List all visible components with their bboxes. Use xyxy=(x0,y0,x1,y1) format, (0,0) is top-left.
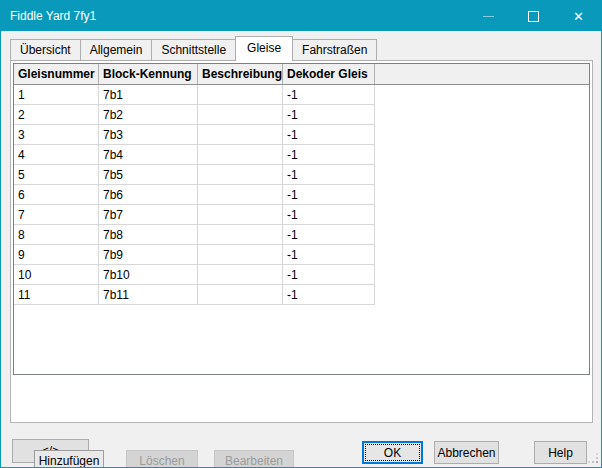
table-cell[interactable] xyxy=(198,85,283,105)
table-cell[interactable]: 3 xyxy=(14,125,99,145)
table-cell[interactable] xyxy=(198,245,283,265)
cancel-button[interactable]: Abbrechen xyxy=(434,441,499,464)
minimize-icon xyxy=(483,16,494,17)
table-row[interactable]: 77b7-1 xyxy=(14,205,589,225)
titlebar: Fiddle Yard 7fy1 ✕ xyxy=(1,1,601,31)
table-cell[interactable]: -1 xyxy=(283,145,375,165)
table-cell[interactable]: 9 xyxy=(14,245,99,265)
table-cell[interactable]: 7b9 xyxy=(99,245,198,265)
caption-buttons: ✕ xyxy=(466,1,601,31)
column-header[interactable]: Dekoder Gleis xyxy=(283,64,375,84)
table-row[interactable]: 47b4-1 xyxy=(14,145,589,165)
gleise-table[interactable]: GleisnummerBlock-KennungBeschreibungDeko… xyxy=(13,63,590,375)
table-row[interactable]: 87b8-1 xyxy=(14,225,589,245)
tabbar: ÜbersichtAllgemeinSchnittstelleGleiseFah… xyxy=(10,36,376,61)
table-cell[interactable]: -1 xyxy=(283,205,375,225)
table-cell[interactable]: 2 xyxy=(14,105,99,125)
table-cell[interactable]: -1 xyxy=(283,165,375,185)
table-body: 17b1-127b2-137b3-147b4-157b5-167b6-177b7… xyxy=(14,85,589,305)
tab-fahrstrassen[interactable]: Fahrstraßen xyxy=(292,39,377,61)
table-cell[interactable]: 7b7 xyxy=(99,205,198,225)
table-cell[interactable]: 7b8 xyxy=(99,225,198,245)
tab-gleise[interactable]: Gleise xyxy=(235,36,293,61)
table-cell[interactable]: -1 xyxy=(283,105,375,125)
help-button[interactable]: Help xyxy=(534,441,587,464)
table-header: GleisnummerBlock-KennungBeschreibungDeko… xyxy=(14,64,589,85)
ok-button[interactable]: OK xyxy=(362,441,423,464)
table-cell[interactable]: -1 xyxy=(283,225,375,245)
table-cell[interactable] xyxy=(198,205,283,225)
tab-uebersicht[interactable]: Übersicht xyxy=(10,39,81,61)
column-header[interactable]: Beschreibung xyxy=(198,64,283,84)
tab-schnittstelle[interactable]: Schnittstelle xyxy=(151,39,236,61)
table-cell[interactable]: 7b3 xyxy=(99,125,198,145)
table-row[interactable]: 27b2-1 xyxy=(14,105,589,125)
table-cell[interactable]: 7b1 xyxy=(99,85,198,105)
table-cell[interactable] xyxy=(198,165,283,185)
table-row[interactable]: 17b1-1 xyxy=(14,85,589,105)
table-cell[interactable]: 7b5 xyxy=(99,165,198,185)
window-title: Fiddle Yard 7fy1 xyxy=(10,9,466,23)
table-cell[interactable]: 7b4 xyxy=(99,145,198,165)
table-cell[interactable]: -1 xyxy=(283,265,375,285)
table-cell[interactable] xyxy=(198,125,283,145)
table-cell[interactable] xyxy=(198,265,283,285)
table-row[interactable]: 67b6-1 xyxy=(14,185,589,205)
table-row[interactable]: 37b3-1 xyxy=(14,125,589,145)
table-cell[interactable]: 7b11 xyxy=(99,285,198,305)
column-header-filler xyxy=(375,64,589,84)
maximize-icon xyxy=(528,11,539,22)
column-header[interactable]: Gleisnummer xyxy=(14,64,99,84)
table-cell[interactable]: 7b2 xyxy=(99,105,198,125)
table-cell[interactable]: -1 xyxy=(283,245,375,265)
table-cell[interactable]: -1 xyxy=(283,185,375,205)
table-cell[interactable]: 11 xyxy=(14,285,99,305)
table-row[interactable]: 97b9-1 xyxy=(14,245,589,265)
delete-button[interactable]: Löschen xyxy=(126,450,198,468)
column-header[interactable]: Block-Kennung xyxy=(99,64,198,84)
table-cell[interactable] xyxy=(198,225,283,245)
table-row[interactable]: 117b11-1 xyxy=(14,285,589,305)
table-cell[interactable]: 4 xyxy=(14,145,99,165)
edit-button[interactable]: Bearbeiten xyxy=(214,450,294,468)
table-cell[interactable]: -1 xyxy=(283,125,375,145)
table-cell[interactable] xyxy=(198,145,283,165)
table-cell[interactable]: -1 xyxy=(283,85,375,105)
tab-pane-gleise: GleisnummerBlock-KennungBeschreibungDeko… xyxy=(10,60,593,423)
table-cell[interactable]: 1 xyxy=(14,85,99,105)
table-cell[interactable]: 7b6 xyxy=(99,185,198,205)
table-row[interactable]: 57b5-1 xyxy=(14,165,589,185)
table-cell[interactable] xyxy=(198,185,283,205)
minimize-button xyxy=(466,1,511,31)
resize-grip-icon[interactable] xyxy=(588,453,598,463)
dialog-window: Fiddle Yard 7fy1 ✕ ÜbersichtAllgemeinSch… xyxy=(0,0,602,468)
table-cell[interactable]: 7 xyxy=(14,205,99,225)
table-cell[interactable]: 7b10 xyxy=(99,265,198,285)
table-cell[interactable]: 5 xyxy=(14,165,99,185)
close-button[interactable]: ✕ xyxy=(556,1,601,31)
table-cell[interactable] xyxy=(198,285,283,305)
tab-allgemein[interactable]: Allgemein xyxy=(80,39,153,61)
table-cell[interactable]: 6 xyxy=(14,185,99,205)
table-cell[interactable] xyxy=(198,105,283,125)
maximize-button[interactable] xyxy=(511,1,556,31)
table-cell[interactable]: 8 xyxy=(14,225,99,245)
table-cell[interactable]: 10 xyxy=(14,265,99,285)
table-cell[interactable]: -1 xyxy=(283,285,375,305)
add-button[interactable]: Hinzufügen xyxy=(34,450,104,468)
table-row[interactable]: 107b10-1 xyxy=(14,265,589,285)
close-icon: ✕ xyxy=(573,10,584,23)
